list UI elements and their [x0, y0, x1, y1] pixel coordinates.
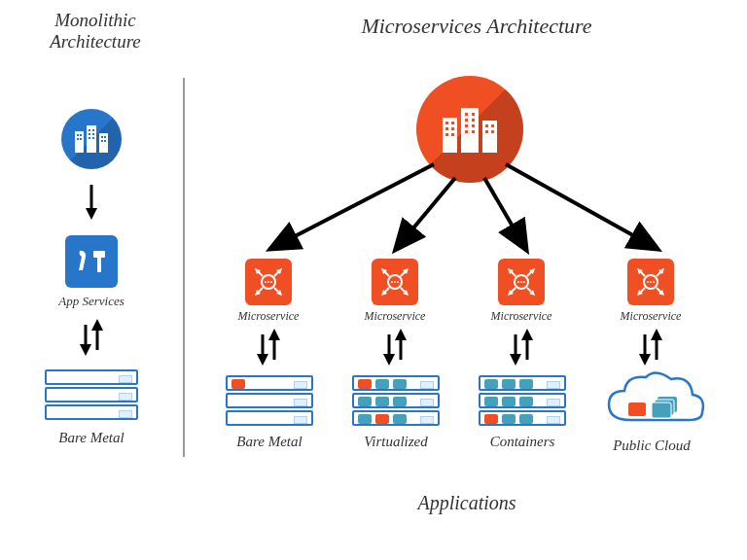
svg-rect-15	[101, 140, 103, 142]
microservice-icon-4	[627, 259, 674, 305]
monolithic-title: Monolithic Architecture	[27, 10, 163, 52]
microservice-label-3: Microservice	[480, 309, 562, 324]
microservice-icon-3	[498, 259, 545, 305]
svg-rect-39	[472, 124, 475, 127]
svg-rect-32	[445, 133, 448, 136]
server-box	[226, 393, 313, 408]
svg-rect-4	[80, 134, 82, 136]
svg-point-54	[270, 281, 272, 283]
cloud-shape-icon	[601, 369, 708, 438]
server-box	[352, 393, 440, 408]
server-box	[45, 369, 138, 385]
tools-icon	[65, 235, 118, 288]
svg-rect-115	[628, 402, 646, 416]
enterprise-icon	[61, 109, 122, 169]
svg-marker-24	[91, 319, 103, 331]
svg-rect-3	[77, 134, 79, 136]
public-cloud-label: Public Cloud	[603, 438, 700, 454]
server-box	[479, 393, 566, 408]
microservice-label-1: Microservice	[228, 309, 309, 324]
microservice-text-3: Microservice	[491, 309, 552, 323]
svg-rect-26	[461, 108, 479, 153]
svg-rect-42	[485, 124, 488, 127]
svg-rect-11	[89, 137, 90, 139]
svg-rect-8	[92, 129, 94, 131]
svg-rect-9	[89, 133, 90, 135]
svg-marker-112	[639, 354, 651, 366]
public-cloud-text: Public Cloud	[613, 438, 691, 453]
microservice-text-4: Microservice	[621, 309, 682, 323]
svg-rect-35	[472, 113, 475, 116]
svg-point-65	[394, 281, 396, 283]
microservices-title: Microservices Architecture	[292, 14, 661, 39]
svg-rect-14	[104, 136, 106, 138]
microservice-glyph-icon	[375, 262, 414, 301]
svg-rect-40	[465, 130, 468, 133]
svg-point-90	[653, 281, 655, 283]
bare-metal-text-right: Bare Metal	[236, 434, 302, 449]
server-box	[226, 410, 313, 426]
app-services-text: App Services	[58, 294, 124, 308]
svg-point-88	[647, 281, 649, 283]
svg-marker-104	[383, 354, 395, 366]
svg-rect-1	[87, 125, 96, 153]
svg-point-77	[520, 281, 522, 283]
virtualized-text: Virtualized	[364, 434, 428, 449]
containers-label: Containers	[479, 434, 566, 450]
svg-rect-2	[99, 133, 108, 153]
svg-rect-0	[75, 131, 84, 153]
server-bare-metal-right	[226, 375, 313, 426]
svg-line-49	[484, 178, 525, 248]
vertical-divider	[183, 78, 185, 457]
buildings-icon	[73, 123, 110, 155]
microservice-icon-2	[372, 259, 418, 305]
microservice-glyph-icon	[502, 262, 541, 301]
virtualized-label: Virtualized	[352, 434, 440, 450]
server-box	[352, 410, 440, 426]
bare-metal-text-left: Bare Metal	[58, 430, 124, 445]
svg-rect-25	[443, 118, 457, 153]
bidirectional-arrow-icon	[76, 317, 107, 358]
server-virtualized	[352, 375, 440, 426]
svg-rect-28	[445, 122, 448, 124]
svg-marker-108	[510, 354, 521, 366]
applications-text: Applications	[417, 492, 516, 513]
server-box	[479, 410, 566, 426]
svg-point-52	[265, 281, 267, 283]
svg-point-53	[267, 281, 269, 283]
svg-rect-16	[104, 140, 106, 142]
svg-rect-12	[92, 137, 94, 139]
buildings-large-icon	[439, 104, 501, 155]
svg-rect-13	[101, 136, 103, 138]
containers-text: Containers	[490, 434, 555, 449]
server-box	[479, 375, 566, 391]
server-bare-metal	[45, 369, 138, 420]
svg-marker-100	[257, 354, 268, 366]
svg-marker-114	[651, 329, 662, 340]
microservice-label-4: Microservice	[610, 309, 692, 324]
fanout-arrows	[204, 141, 720, 262]
svg-point-66	[397, 281, 399, 283]
svg-rect-31	[451, 127, 454, 130]
svg-marker-22	[80, 344, 91, 356]
svg-marker-106	[395, 329, 407, 340]
microservices-title-text: Microservices Architecture	[361, 14, 591, 38]
microservice-text-2: Microservice	[365, 309, 426, 323]
cloud-public-icon	[601, 369, 708, 430]
microservice-glyph-icon	[249, 262, 288, 301]
svg-rect-45	[491, 130, 494, 133]
svg-rect-44	[485, 130, 488, 133]
bidirectional-arrow-icon	[506, 327, 537, 368]
svg-marker-102	[268, 329, 280, 340]
monolithic-title-text: Monolithic Architecture	[50, 10, 141, 52]
svg-rect-7	[89, 129, 90, 131]
arrow-down-icon	[83, 183, 100, 222]
svg-rect-30	[445, 127, 448, 130]
svg-rect-34	[465, 113, 468, 116]
server-box	[45, 387, 138, 402]
svg-point-76	[517, 281, 519, 283]
svg-rect-19	[93, 251, 105, 258]
microservice-glyph-icon	[631, 262, 670, 301]
bare-metal-label-right: Bare Metal	[226, 434, 313, 450]
svg-rect-118	[652, 402, 671, 418]
